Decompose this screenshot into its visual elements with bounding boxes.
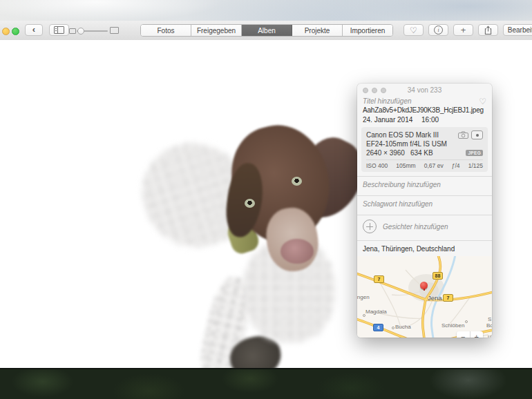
camera-icon <box>458 131 468 139</box>
info-panel-header[interactable]: 34 von 233 <box>357 84 492 95</box>
plus-icon: + <box>461 25 466 35</box>
map-zoom-control: − + <box>457 331 483 338</box>
lens-model: EF24-105mm f/4L IS USM <box>366 140 483 148</box>
desktop-wallpaper-sky <box>0 0 532 21</box>
map-town-dot <box>392 327 395 329</box>
capture-date: 24. Januar 2014 <box>363 116 412 124</box>
tab-alben[interactable]: Alben <box>242 25 292 36</box>
keyword-field[interactable]: Schlagwort hinzufügen <box>363 200 433 208</box>
road-shield: 7 <box>443 294 453 302</box>
format-badge: JPEG <box>466 150 483 156</box>
road-shield: 7 <box>374 275 384 283</box>
map-zoom-out-button[interactable]: − <box>457 331 471 338</box>
share-icon <box>484 26 492 35</box>
exif-aperture: ƒ/4 <box>452 162 460 169</box>
dog-nose <box>281 239 314 264</box>
tab-importieren[interactable]: Importieren <box>343 25 392 36</box>
tab-freigegeben[interactable]: Freigegeben <box>191 25 242 36</box>
photo-counter: 34 von 233 <box>357 86 492 94</box>
map-label: Bo <box>486 322 492 329</box>
tab-projekte[interactable]: Projekte <box>292 25 343 36</box>
map-pin <box>420 282 428 289</box>
filename: AahZa8v5+DkdJEJ90K3B_HcjEBJ1.jpeg <box>357 106 492 115</box>
camera-info-card: Canon EOS 5D Mark III EF24-105mm f/4L IS… <box>361 127 488 172</box>
traffic-light-minimize[interactable] <box>2 28 10 35</box>
exif-focal: 105mm <box>396 162 415 169</box>
heart-icon: ♡ <box>410 26 417 35</box>
lens-info-button[interactable] <box>471 130 483 139</box>
share-button[interactable] <box>478 24 498 36</box>
next-photo-forest[interactable] <box>0 368 532 399</box>
toolbar: ‹ Fotos Freigegeben Alben Projekte Impor… <box>0 21 532 41</box>
description-field[interactable]: Beschreibung hinzufügen <box>363 181 441 188</box>
chevron-left-icon: ‹ <box>32 24 35 35</box>
exif-iso: ISO 400 <box>366 162 388 169</box>
map-town-dot <box>465 320 468 323</box>
small-thumbnails-icon <box>69 28 76 34</box>
map-label: S <box>488 316 491 322</box>
panel-heart-icon[interactable]: ♡ <box>479 98 486 105</box>
traffic-light-zoom[interactable] <box>12 28 19 35</box>
title-field[interactable]: Titel hinzufügen <box>363 97 412 105</box>
split-view-icon <box>54 26 64 34</box>
faces-row[interactable]: Gesichter hinzufügen <box>357 215 492 237</box>
edit-button[interactable]: Bearbeiten <box>503 24 532 36</box>
view-segmented-control: Fotos Freigegeben Alben Projekte Importi… <box>140 24 393 37</box>
map-label: Schlöben <box>441 322 464 329</box>
favorite-button[interactable]: ♡ <box>403 24 424 36</box>
map-label: ingen <box>357 294 370 300</box>
capture-datetime: 24. Januar 2014 16:00 <box>357 115 492 127</box>
location-map[interactable]: ingen Magdala Bucha Schlöben Laasdorf S … <box>357 256 492 338</box>
capture-time: 16:00 <box>421 116 439 124</box>
screenshot-root: ‹ Fotos Freigegeben Alben Projekte Impor… <box>0 0 532 399</box>
road-shield: 88 <box>433 272 443 280</box>
map-zoom-in-button[interactable]: + <box>471 331 484 338</box>
exif-shutter: 1/125 <box>468 162 483 169</box>
info-button[interactable]: i <box>428 24 448 36</box>
map-city-label: Jena <box>428 294 442 302</box>
photos-app-window: ‹ Fotos Freigegeben Alben Projekte Impor… <box>0 21 532 399</box>
add-button[interactable]: + <box>453 24 473 36</box>
exif-row: ISO 400 105mm 0,67 ev ƒ/4 1/125 <box>366 159 483 169</box>
thumbnail-zoom-slider[interactable] <box>69 26 117 35</box>
map-label: Bucha <box>395 324 411 330</box>
image-dimensions: 2640 × 3960 <box>366 149 405 157</box>
back-button[interactable]: ‹ <box>25 24 43 36</box>
road-shield: 4 <box>373 324 383 331</box>
info-icon: i <box>434 26 443 35</box>
tab-fotos[interactable]: Fotos <box>141 25 191 36</box>
add-faces-icon[interactable] <box>363 220 377 233</box>
dog-photo <box>131 61 366 368</box>
exif-ev: 0,67 ev <box>424 162 444 169</box>
faces-field: Gesichter hinzufügen <box>383 223 448 231</box>
info-panel: 34 von 233 Titel hinzufügen ♡ AahZa8v5+D… <box>357 84 492 338</box>
large-thumbnails-icon <box>110 27 119 34</box>
camera-model: Canon EOS 5D Mark III <box>366 131 439 139</box>
location-text: Jena, Thüringen, Deutschland <box>363 245 455 253</box>
map-label: Magdala <box>365 309 387 315</box>
dog-eye <box>245 199 255 208</box>
dog-eye <box>292 177 302 186</box>
split-view-button[interactable] <box>49 24 69 36</box>
slider-thumb[interactable] <box>77 28 84 35</box>
file-size: 634 KB <box>410 149 433 157</box>
